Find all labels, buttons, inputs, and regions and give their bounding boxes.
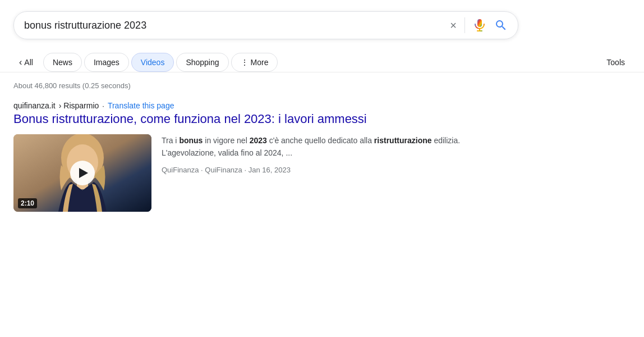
mic-icon[interactable]: [473, 19, 486, 32]
shopping-tab-label: Shopping: [186, 58, 219, 67]
result-meta-sep2: ·: [244, 166, 248, 174]
snippet-text-1: Tra i: [162, 136, 179, 145]
more-dots-icon: ⋮: [241, 58, 249, 67]
translate-link[interactable]: Translate this page: [108, 101, 174, 110]
tab-more[interactable]: ⋮ More: [231, 53, 278, 72]
tools-button[interactable]: Tools: [601, 53, 631, 71]
snippet-text-3: c'è anche quello dedicato alla: [267, 136, 374, 145]
search-divider: [464, 17, 465, 33]
clear-icon[interactable]: ×: [450, 19, 457, 32]
result-meta: QuiFinanza · QuiFinanza · Jan 16, 2023: [162, 165, 496, 176]
play-button[interactable]: [70, 161, 95, 185]
all-tab-label: All: [24, 58, 33, 67]
search-icons: ×: [450, 17, 508, 33]
search-bar: ×: [13, 11, 518, 39]
snippet-bold-bonus: bonus: [179, 136, 203, 145]
more-tab-label: More: [251, 58, 269, 67]
search-input[interactable]: [24, 20, 444, 31]
tab-images[interactable]: Images: [84, 53, 129, 72]
tab-shopping[interactable]: Shopping: [176, 53, 228, 72]
tab-videos[interactable]: Videos: [131, 53, 174, 72]
snippet-bold-year: 2023: [250, 136, 267, 145]
news-tab-label: News: [53, 58, 72, 67]
tab-news[interactable]: News: [43, 53, 82, 72]
play-triangle-icon: [79, 168, 88, 178]
result-body: 2:10 Tra i bonus in vigore nel 2023 c'è …: [13, 134, 496, 212]
result-source: quifinanza.it › Risparmio · Translate th…: [13, 101, 496, 110]
result-separator: ·: [102, 102, 104, 110]
video-duration: 2:10: [18, 198, 37, 208]
snippet-bold-ristrutturazione: ristrutturazione: [374, 136, 432, 145]
result-domain: quifinanza.it: [13, 101, 56, 110]
video-thumbnail[interactable]: 2:10: [13, 134, 151, 212]
search-bar-container: ×: [0, 0, 644, 48]
results-count: About 46,800 results (0.25 seconds): [13, 81, 631, 90]
result-snippet: Tra i bonus in vigore nel 2023 c'è anche…: [162, 134, 496, 212]
filter-tabs: ‹ All News Images Videos Shopping ⋮ More…: [0, 48, 644, 72]
results-area: About 46,800 results (0.25 seconds) quif…: [0, 72, 644, 221]
search-button-icon[interactable]: [494, 19, 508, 32]
result-breadcrumb: › Risparmio: [59, 101, 99, 110]
videos-tab-label: Videos: [141, 58, 165, 67]
result-date: Jan 16, 2023: [249, 166, 291, 174]
result-title[interactable]: Bonus ristrutturazione, come funziona ne…: [13, 111, 496, 127]
all-tab[interactable]: ‹ All: [13, 53, 39, 72]
result-source-name: QuiFinanza: [205, 166, 242, 174]
back-arrow-icon: ‹: [19, 57, 22, 67]
result-publisher: QuiFinanza: [162, 166, 199, 174]
search-result: quifinanza.it › Risparmio · Translate th…: [13, 101, 496, 212]
snippet-text-2: in vigore nel: [203, 136, 249, 145]
images-tab-label: Images: [94, 58, 119, 67]
